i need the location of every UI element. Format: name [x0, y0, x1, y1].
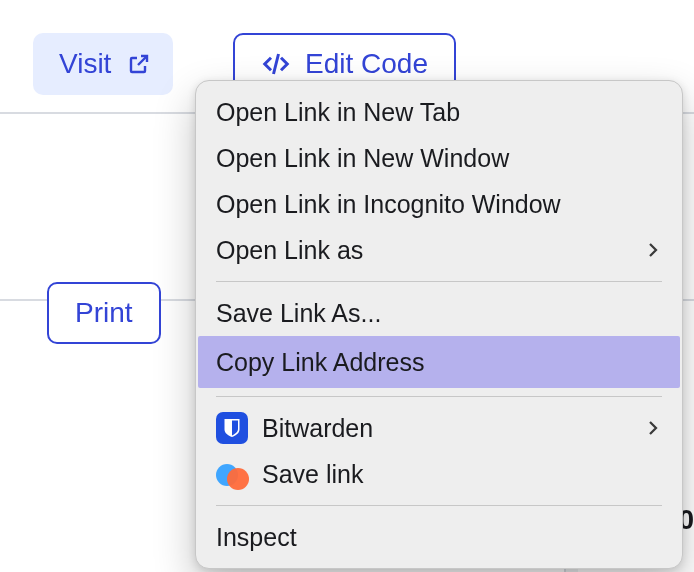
menu-item-content: Save Link As... [216, 299, 381, 328]
menu-item-content: Bitwarden [216, 412, 373, 444]
menu-item-save-link-as[interactable]: Save Link As... [196, 290, 682, 336]
code-icon [261, 49, 291, 79]
chevron-right-icon [644, 241, 662, 259]
menu-separator [216, 396, 662, 397]
menu-item-label: Open Link in Incognito Window [216, 190, 561, 219]
menu-item-content: Open Link in New Window [216, 144, 509, 173]
menu-item-bitwarden[interactable]: Bitwarden [196, 405, 682, 451]
menu-item-label: Copy Link Address [216, 348, 424, 377]
menu-item-label: Save link [262, 460, 363, 489]
menu-item-content: Inspect [216, 523, 297, 552]
menu-item-label: Open Link as [216, 236, 363, 265]
menu-item-label: Save Link As... [216, 299, 381, 328]
visit-button[interactable]: Visit [33, 33, 173, 95]
menu-item-open-link-in-incognito-window[interactable]: Open Link in Incognito Window [196, 181, 682, 227]
chevron-right-icon [644, 419, 662, 437]
menu-item-open-link-as[interactable]: Open Link as [196, 227, 682, 273]
menu-item-open-link-in-new-tab[interactable]: Open Link in New Tab [196, 89, 682, 135]
edit-code-button-label: Edit Code [305, 48, 428, 80]
menu-item-label: Bitwarden [262, 414, 373, 443]
external-link-icon [127, 52, 151, 76]
menu-separator [216, 505, 662, 506]
print-button-label: Print [75, 297, 133, 329]
print-button[interactable]: Print [47, 282, 161, 344]
menu-separator [216, 281, 662, 282]
menu-item-label: Open Link in New Tab [216, 98, 460, 127]
menu-item-save-link[interactable]: Save link [196, 451, 682, 497]
save-link-icon [216, 458, 248, 490]
menu-item-open-link-in-new-window[interactable]: Open Link in New Window [196, 135, 682, 181]
menu-item-inspect[interactable]: Inspect [196, 514, 682, 560]
menu-item-copy-link-address[interactable]: Copy Link Address [198, 336, 680, 388]
context-menu[interactable]: Open Link in New TabOpen Link in New Win… [195, 80, 683, 569]
bitwarden-icon [216, 412, 248, 444]
menu-item-content: Save link [216, 458, 363, 490]
menu-item-content: Open Link as [216, 236, 363, 265]
menu-item-label: Inspect [216, 523, 297, 552]
menu-item-content: Copy Link Address [216, 348, 424, 377]
menu-item-content: Open Link in New Tab [216, 98, 460, 127]
menu-item-content: Open Link in Incognito Window [216, 190, 561, 219]
menu-item-label: Open Link in New Window [216, 144, 509, 173]
visit-button-label: Visit [59, 48, 111, 80]
